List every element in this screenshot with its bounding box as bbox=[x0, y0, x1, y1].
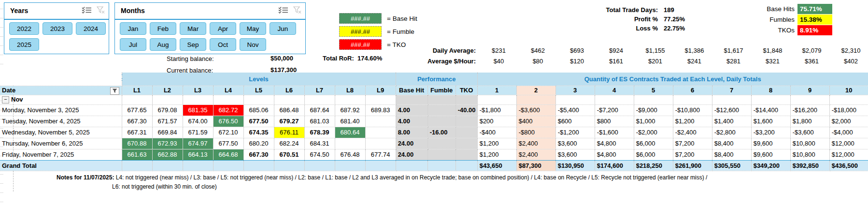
quantity-cell: $200 bbox=[477, 116, 516, 127]
grand-total-quantity-cell: $218,250 bbox=[634, 160, 673, 171]
quantity-column-header: 6 bbox=[673, 86, 712, 95]
level-cell: 670.51 bbox=[274, 149, 304, 160]
starting-balance-value: $50,000 bbox=[270, 55, 293, 62]
legend-sample-swatch: ###.## bbox=[339, 39, 382, 50]
years-slicer-header: Years bbox=[4, 3, 109, 20]
quantity-cell: $10,800 bbox=[790, 138, 829, 149]
quantity-cell bbox=[790, 95, 829, 104]
quantity-column-header: 3 bbox=[555, 86, 595, 95]
performance-cell bbox=[396, 160, 427, 171]
multi-select-icon[interactable] bbox=[278, 6, 288, 16]
profit-pct-label: Profit % bbox=[555, 15, 658, 23]
slicer-item-2024[interactable]: 2024 bbox=[76, 22, 106, 35]
level-cell bbox=[274, 95, 304, 104]
total-trade-days-value: 189 bbox=[664, 6, 674, 14]
level-cell: 682.72 bbox=[213, 104, 243, 116]
slicer-item-may[interactable]: May bbox=[240, 22, 266, 35]
quantity-cell: $4,800 bbox=[595, 138, 634, 149]
level-column-header: L3 bbox=[183, 86, 213, 95]
quantity-cell: -$3,200 bbox=[751, 127, 790, 138]
quantity-column-header: 2 bbox=[516, 86, 555, 95]
performance-cell bbox=[427, 160, 455, 171]
group-header-row: LevelsPerformanceQuantity of ES Contract… bbox=[0, 73, 868, 86]
collapse-minus-icon[interactable]: − bbox=[2, 96, 9, 104]
performance-group-header: Performance bbox=[396, 73, 477, 86]
quantity-cell: -$14,400 bbox=[751, 104, 790, 116]
average-value: $1,848 bbox=[753, 47, 792, 54]
average-value: $2,079 bbox=[792, 47, 831, 54]
level-cell: 686.48 bbox=[274, 104, 304, 116]
average-value: $1,155 bbox=[636, 47, 675, 54]
profit-pct-value: 77.25% bbox=[664, 15, 685, 23]
slicer-item-aug[interactable]: Aug bbox=[150, 38, 176, 51]
level-cell: 671.57 bbox=[152, 116, 183, 127]
total-trade-days-label: Total Trade Days: bbox=[555, 6, 658, 14]
level-column-header: L5 bbox=[243, 86, 274, 95]
average-value: $161 bbox=[597, 58, 636, 65]
quantity-cell bbox=[673, 95, 712, 104]
clear-filter-icon[interactable] bbox=[293, 6, 301, 16]
level-cell: 669.84 bbox=[152, 127, 183, 138]
daily-average-values: $231$462$693$924$1,155$1,386$1,617$1,848… bbox=[479, 47, 868, 54]
fumbles-label: Fumbles bbox=[725, 16, 795, 23]
level-cell: 667.31 bbox=[122, 127, 152, 138]
daily-average-label: Daily Average: bbox=[386, 47, 476, 54]
slicer-item-2022[interactable]: 2022 bbox=[9, 22, 39, 35]
level-cell: 674.50 bbox=[304, 149, 335, 160]
quantity-cell bbox=[712, 95, 751, 104]
grand-total-label: Grand Total bbox=[0, 160, 122, 171]
performance-cell bbox=[455, 160, 477, 171]
level-cell: 674.00 bbox=[183, 116, 213, 127]
grand-total-quantity-cell: $261,900 bbox=[673, 160, 712, 171]
slicer-item-apr[interactable]: Apr bbox=[210, 22, 236, 35]
slicer-item-sep[interactable]: Sep bbox=[180, 38, 206, 51]
quantity-cell bbox=[751, 95, 790, 104]
tko-cell bbox=[455, 116, 477, 127]
average-value: $80 bbox=[518, 58, 557, 65]
slicer-item-2023[interactable]: 2023 bbox=[43, 22, 72, 35]
level-cell: 676.50 bbox=[213, 116, 243, 127]
clear-filter-icon[interactable] bbox=[97, 6, 105, 16]
base-hit-cell: 4.00 bbox=[396, 104, 427, 116]
slicer-item-jan[interactable]: Jan bbox=[120, 22, 146, 35]
fumble-cell bbox=[427, 138, 455, 149]
quantity-cell: $7,200 bbox=[673, 138, 712, 149]
slicer-item-feb[interactable]: Feb bbox=[150, 22, 176, 35]
slicer-item-oct[interactable]: Oct bbox=[210, 38, 236, 51]
quantity-cell: $1,600 bbox=[751, 116, 790, 127]
quantity-cell: $1,200 bbox=[673, 116, 712, 127]
quantity-cell: $6,000 bbox=[634, 149, 673, 160]
quantity-cell bbox=[634, 95, 673, 104]
legend-label: = Base Hit bbox=[387, 15, 417, 22]
performance-cell bbox=[427, 95, 455, 104]
average-value: $1,617 bbox=[714, 47, 753, 54]
quantity-cell: $1,000 bbox=[634, 116, 673, 127]
level-cell: 685.06 bbox=[243, 104, 274, 116]
average-value: $462 bbox=[518, 47, 557, 54]
slicer-item-jul[interactable]: Jul bbox=[120, 38, 146, 51]
level-cell bbox=[243, 95, 274, 104]
level-cell: 662.88 bbox=[152, 149, 183, 160]
filter-icon[interactable] bbox=[110, 87, 119, 95]
quantity-cell: -$12,600 bbox=[712, 104, 751, 116]
years-slicer-title: Years bbox=[10, 7, 28, 15]
slicer-item-jun[interactable]: Jun bbox=[270, 22, 296, 35]
slicer-item-nov[interactable]: Nov bbox=[240, 38, 266, 51]
tko-cell bbox=[455, 149, 477, 160]
quantity-cell: $2,400 bbox=[516, 138, 555, 149]
quantity-cell: -$18,000 bbox=[829, 104, 868, 116]
level-cell: 681.40 bbox=[335, 116, 365, 127]
grand-total-quantity-cell: $436,500 bbox=[829, 160, 868, 171]
quantity-cell: -$1,200 bbox=[555, 127, 595, 138]
level-cell: 677.65 bbox=[122, 104, 152, 116]
multi-select-icon[interactable] bbox=[82, 6, 92, 16]
levels-group-header: Levels bbox=[122, 73, 396, 86]
notes-line2: L6: not triggered (within 30 min. of clo… bbox=[112, 182, 707, 192]
level-cell bbox=[365, 95, 396, 104]
slicer-item-mar[interactable]: Mar bbox=[180, 22, 206, 35]
grand-total-quantity-cell: $392,850 bbox=[790, 160, 829, 171]
level-cell bbox=[122, 95, 152, 104]
level-cell bbox=[183, 95, 213, 104]
slicer-item-2025[interactable]: 2025 bbox=[9, 38, 39, 51]
base-hits-badge: 75.71% bbox=[797, 4, 832, 14]
